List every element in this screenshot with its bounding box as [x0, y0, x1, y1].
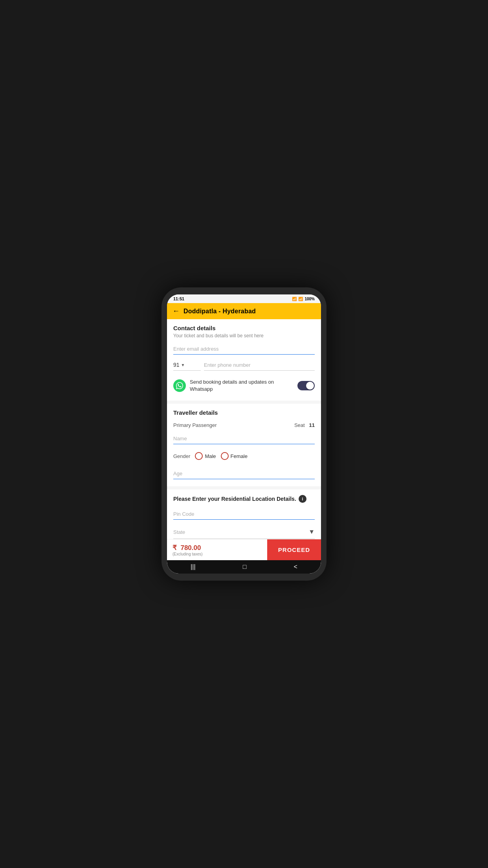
wifi-icon: 📶 [292, 297, 297, 301]
status-bar: 11:51 📶 📶 100% [167, 294, 321, 303]
gender-male-option[interactable]: Male [195, 452, 216, 460]
gender-male-label: Male [205, 453, 216, 459]
traveller-details-title: Traveller details [173, 409, 218, 416]
signal-icon: 📶 [298, 297, 303, 301]
contact-details-subtitle: Your ticket and bus details will be sent… [173, 333, 315, 338]
seat-info: Seat 11 [294, 422, 315, 428]
price-tax-note: (Excluding taxes) [172, 552, 262, 556]
bottom-bar: ₹ 780.00 (Excluding taxes) PROCEED [167, 539, 321, 560]
country-code-selector[interactable]: 91 ▼ [173, 359, 201, 371]
whatsapp-label: Send booking details and updates on What… [190, 379, 294, 393]
gender-row: Gender Male Female [173, 450, 315, 462]
phone-frame: 11:51 📶 📶 100% ← Doddipatla - Hyderabad … [161, 287, 327, 581]
name-field-group [173, 433, 315, 444]
toggle-knob [306, 382, 314, 390]
price-section: ₹ 780.00 (Excluding taxes) [167, 539, 267, 560]
age-field-group [173, 468, 315, 479]
back-button[interactable]: ← [172, 307, 180, 315]
age-input[interactable] [173, 468, 315, 479]
passenger-label: Primary Passenger [173, 422, 217, 428]
gender-male-radio[interactable] [195, 452, 203, 460]
pincode-input[interactable] [173, 508, 315, 520]
phone-row: 91 ▼ [173, 359, 315, 371]
whatsapp-toggle[interactable] [297, 381, 315, 390]
page-title: Doddipatla - Hyderabad [183, 308, 256, 315]
home-icon[interactable]: □ [243, 563, 247, 570]
whatsapp-icon [173, 379, 186, 392]
info-icon: i [299, 495, 306, 503]
country-code-dropdown-icon: ▼ [181, 363, 185, 367]
location-details-section: Please Enter your Residential Location D… [167, 489, 321, 539]
country-code-value: 91 [173, 362, 180, 368]
phone-screen: 11:51 📶 📶 100% ← Doddipatla - Hyderabad … [167, 294, 321, 574]
traveller-details-section: Traveller details Primary Passenger Seat… [167, 404, 321, 486]
price-value: 780.00 [180, 544, 201, 552]
nav-bar: ← Doddipatla - Hyderabad [167, 303, 321, 319]
contact-details-title: Contact details [173, 325, 315, 331]
currency-symbol: ₹ [172, 544, 177, 552]
name-input[interactable] [173, 433, 315, 444]
seat-number: 11 [309, 422, 315, 428]
seat-label: Seat [294, 422, 305, 428]
traveller-header: Traveller details [173, 409, 315, 417]
location-header: Please Enter your Residential Location D… [173, 495, 315, 503]
state-placeholder: State [173, 529, 185, 535]
email-input[interactable] [173, 343, 315, 355]
gender-female-radio[interactable] [221, 452, 229, 460]
gender-female-option[interactable]: Female [221, 452, 248, 460]
status-icons: 📶 📶 100% [292, 297, 315, 301]
pincode-field-group [173, 508, 315, 520]
gender-female-label: Female [231, 453, 248, 459]
contact-details-section: Contact details Your ticket and bus deta… [167, 319, 321, 401]
state-dropdown[interactable]: State ▼ [173, 525, 315, 539]
gender-label: Gender [173, 453, 190, 459]
proceed-button[interactable]: PROCEED [267, 539, 321, 560]
phone-input-wrapper [204, 360, 315, 371]
whatsapp-row: Send booking details and updates on What… [173, 376, 315, 395]
back-nav-icon[interactable]: < [294, 563, 297, 570]
passenger-row: Primary Passenger Seat 11 [173, 422, 315, 428]
recent-apps-icon[interactable]: ||| [191, 563, 195, 570]
email-field-group [173, 343, 315, 355]
scroll-content: Contact details Your ticket and bus deta… [167, 319, 321, 539]
price-amount: ₹ 780.00 [172, 544, 262, 552]
chevron-down-icon: ▼ [308, 528, 315, 535]
battery-icon: 100% [305, 297, 315, 301]
android-nav-bar: ||| □ < [167, 560, 321, 574]
location-title: Please Enter your Residential Location D… [173, 496, 296, 502]
phone-input[interactable] [204, 360, 315, 371]
status-time: 11:51 [173, 296, 184, 301]
